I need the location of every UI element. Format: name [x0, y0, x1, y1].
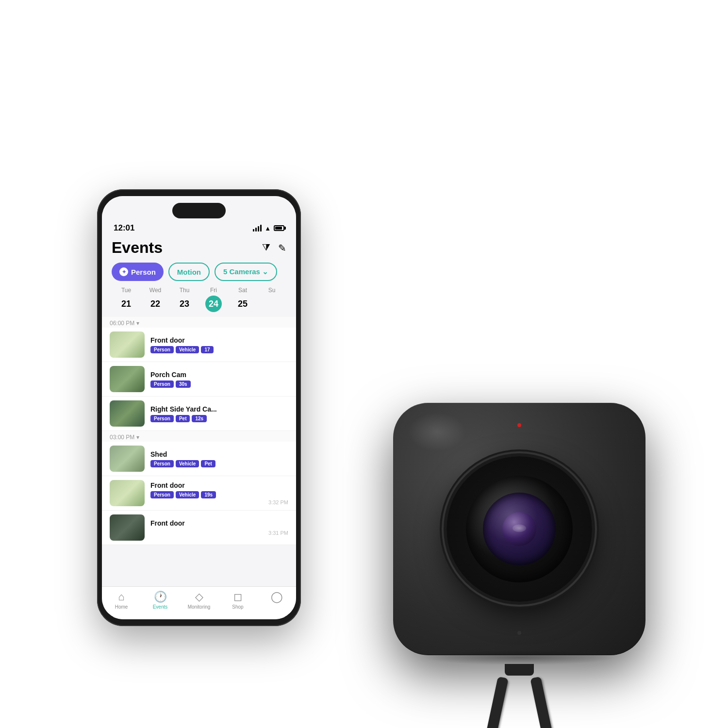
shop-icon: ◻: [233, 591, 242, 603]
event-thumb-3: [110, 400, 145, 427]
event-thumb-4: [110, 446, 145, 472]
home-icon: ⌂: [118, 591, 124, 603]
chip-cameras-label: 5 Cameras ⌄: [223, 267, 268, 276]
camera-shadow: [422, 650, 616, 665]
chip-person[interactable]: ✦ Person: [112, 263, 164, 281]
signal-icon: [253, 225, 262, 232]
event-thumb-6: [110, 514, 145, 541]
event-thumb-1: [110, 331, 145, 358]
page-title: Events: [112, 239, 163, 257]
camera-lens-middle: [466, 476, 573, 582]
camera-arm-right: [530, 677, 558, 728]
person-chip-icon: ✦: [119, 267, 128, 276]
cal-day-tue[interactable]: Tue 21: [112, 287, 141, 312]
camera-lens-inner: [483, 493, 556, 565]
event-thumb-2: [110, 366, 145, 392]
app-header: Events ⧩ ✎: [102, 237, 296, 263]
status-icons: ▲: [253, 225, 284, 232]
filter-icon[interactable]: ⧩: [262, 242, 270, 253]
phone: 12:01 ▲: [97, 189, 301, 626]
nav-home[interactable]: ⌂ Home: [102, 591, 141, 610]
nav-shop[interactable]: ◻ Shop: [218, 591, 257, 610]
scene: 12:01 ▲: [97, 73, 631, 655]
cal-day-sun[interactable]: Su: [257, 287, 286, 312]
led-top: [517, 423, 521, 427]
camera-hinge: [505, 664, 534, 676]
filter-chips: ✦ Person Motion 5 Cameras ⌄: [102, 263, 296, 287]
chip-cameras[interactable]: 5 Cameras ⌄: [215, 263, 277, 281]
tags-row-5: Person Vehicle 19s: [150, 491, 288, 498]
tags-row-1: Person Vehicle 17: [150, 346, 288, 353]
nav-monitoring[interactable]: ◇ Monitoring: [180, 591, 218, 610]
camera-lens-core: [502, 512, 536, 546]
nav-shop-label: Shop: [232, 604, 243, 610]
events-icon: 🕐: [154, 591, 167, 603]
camera-arms: [485, 678, 553, 728]
event-shed[interactable]: Shed Person Vehicle Pet: [102, 442, 296, 476]
profile-icon: ◯: [271, 591, 283, 603]
chip-motion[interactable]: Motion: [168, 263, 210, 281]
time-divider-3pm: 03:00 PM ▾: [102, 431, 296, 442]
nav-events-label: Events: [153, 604, 168, 610]
bottom-nav: ⌂ Home 🕐 Events ◇ Monitoring ◻: [102, 586, 296, 619]
nav-monitoring-label: Monitoring: [188, 604, 211, 610]
header-actions: ⧩ ✎: [262, 242, 286, 254]
camera-body: [393, 403, 645, 655]
cal-day-fri[interactable]: Fri 24: [199, 287, 228, 312]
battery-icon: [274, 225, 284, 231]
nav-events[interactable]: 🕐 Events: [141, 591, 180, 610]
camera: [393, 403, 645, 655]
camera-mount: [466, 664, 573, 728]
chip-person-label: Person: [131, 268, 156, 276]
event-front-door-1[interactable]: Front door Person Vehicle 17: [102, 328, 296, 362]
led-bottom: [517, 631, 521, 635]
events-list: 06:00 PM ▾ Front door Person Vehicle 17: [102, 317, 296, 586]
tags-row-3: Person Pet 12s: [150, 415, 288, 422]
chip-motion-label: Motion: [177, 268, 201, 276]
event-porch-cam[interactable]: Porch Cam Person 30s: [102, 362, 296, 397]
dynamic-island: [172, 203, 226, 218]
nav-home-label: Home: [115, 604, 128, 610]
monitoring-icon: ◇: [195, 591, 203, 603]
event-front-door-3[interactable]: Front door 3:31 PM: [102, 511, 296, 545]
cal-day-wed[interactable]: Wed 22: [141, 287, 170, 312]
nav-profile[interactable]: ◯: [257, 591, 296, 610]
cal-day-sat[interactable]: Sat 25: [228, 287, 257, 312]
status-time: 12:01: [114, 223, 134, 233]
event-right-side-yard[interactable]: Right Side Yard Ca... Person Pet 12s: [102, 397, 296, 431]
event-front-door-2[interactable]: Front door Person Vehicle 19s 3:32 PM: [102, 476, 296, 511]
cal-day-thu[interactable]: Thu 23: [170, 287, 199, 312]
tags-row-4: Person Vehicle Pet: [150, 460, 288, 467]
phone-body: 12:01 ▲: [97, 189, 301, 626]
phone-screen: 12:01 ▲: [102, 196, 296, 619]
tags-row-2: Person 30s: [150, 381, 288, 388]
edit-icon[interactable]: ✎: [278, 242, 286, 254]
wifi-icon: ▲: [265, 225, 271, 232]
camera-lens-outer: [447, 456, 592, 602]
time-divider-6pm: 06:00 PM ▾: [102, 317, 296, 328]
camera-arm-left: [480, 677, 509, 728]
calendar-strip: Tue 21 Wed 22 Thu 23 Fri: [102, 287, 296, 317]
camera-lens-highlight: [513, 524, 526, 532]
event-thumb-5: [110, 480, 145, 506]
